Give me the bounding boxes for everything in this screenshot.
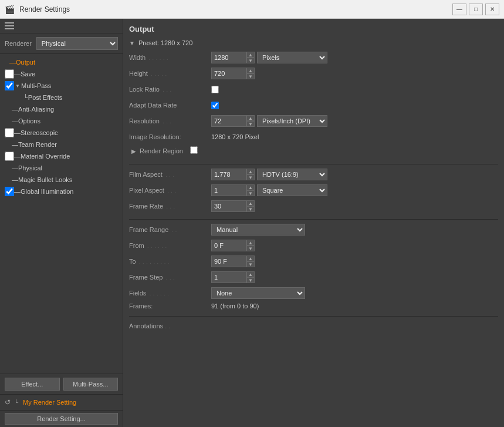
checkbox-global-illumination[interactable] xyxy=(5,187,14,196)
tree-item-team-render[interactable]: —Team Render xyxy=(0,139,123,150)
height-spinbox[interactable]: ▲ ▼ xyxy=(211,68,255,79)
film-aspect-spinbox[interactable]: ▲ ▼ xyxy=(211,169,255,180)
frame-step-arrows[interactable]: ▲ ▼ xyxy=(246,271,255,283)
pixel-aspect-select[interactable]: Square xyxy=(257,184,327,196)
frame-step-down-arrow[interactable]: ▼ xyxy=(246,277,255,283)
width-arrows[interactable]: ▲ ▼ xyxy=(246,52,255,63)
height-up-arrow[interactable]: ▲ xyxy=(246,68,255,73)
close-button[interactable]: ✕ xyxy=(485,4,499,15)
from-arrows[interactable]: ▲ ▼ xyxy=(246,240,255,251)
frame-rate-arrows[interactable]: ▲ ▼ xyxy=(246,200,255,212)
from-input[interactable] xyxy=(211,240,246,251)
my-render-setting[interactable]: ↺ └ My Render Setting xyxy=(0,394,123,410)
pixel-aspect-down-arrow[interactable]: ▼ xyxy=(246,190,255,196)
resolution-unit-select[interactable]: Pixels/Inch (DPI) xyxy=(257,115,327,127)
frame-rate-up-arrow[interactable]: ▲ xyxy=(246,200,255,206)
checkbox-stereoscopic[interactable] xyxy=(5,128,14,137)
from-up-arrow[interactable]: ▲ xyxy=(246,240,255,246)
width-spinbox[interactable]: ▲ ▼ xyxy=(211,52,255,63)
frame-rate-down-arrow[interactable]: ▼ xyxy=(246,206,255,212)
tree-item-global-illumination[interactable]: —Global Illumination xyxy=(0,186,123,197)
pixel-aspect-up-arrow[interactable]: ▲ xyxy=(246,184,255,190)
pixel-aspect-arrows[interactable]: ▲ ▼ xyxy=(246,184,255,196)
width-row: Width . . . . . . ▲ ▼ Pixels xyxy=(129,51,498,64)
resolution-spinbox[interactable]: ▲ ▼ xyxy=(211,115,255,127)
preset-label: Preset: 1280 x 720 xyxy=(138,39,192,46)
tree-item-multi-pass[interactable]: ▼ Multi-Pass xyxy=(0,80,123,92)
my-render-setting-label: My Render Setting xyxy=(23,399,76,406)
film-aspect-up-arrow[interactable]: ▲ xyxy=(246,169,255,174)
frame-step-input[interactable] xyxy=(211,271,246,283)
from-spinbox[interactable]: ▲ ▼ xyxy=(211,240,255,251)
tree-item-options[interactable]: —Options xyxy=(0,115,123,127)
minimize-button[interactable]: — xyxy=(452,4,466,15)
lock-ratio-row: Lock Ratio . . . xyxy=(129,83,498,96)
adapt-data-rate-checkbox[interactable] xyxy=(211,102,219,109)
to-input[interactable] xyxy=(211,255,246,267)
to-arrows[interactable]: ▲ ▼ xyxy=(246,255,255,267)
window-title: Render Settings xyxy=(19,5,448,14)
adapt-data-rate-value xyxy=(211,102,498,109)
title-bar: 🎬 Render Settings — □ ✕ xyxy=(0,0,504,19)
pixel-aspect-spinbox[interactable]: ▲ ▼ xyxy=(211,184,255,196)
film-aspect-down-arrow[interactable]: ▼ xyxy=(246,174,255,180)
pixel-aspect-input[interactable] xyxy=(211,184,246,196)
multi-pass-button[interactable]: Multi-Pass... xyxy=(63,378,119,391)
film-aspect-arrows[interactable]: ▲ ▼ xyxy=(246,169,255,180)
tree-item-anti-aliasing[interactable]: —Anti-Aliasing xyxy=(0,103,123,115)
right-panel: Output ▼ Preset: 1280 x 720 Width . . . … xyxy=(123,19,504,427)
render-setting-button[interactable]: Render Setting... xyxy=(5,413,118,425)
tree-label-options: —Options xyxy=(12,117,40,125)
lock-ratio-checkbox[interactable] xyxy=(211,86,219,93)
frame-step-spinbox[interactable]: ▲ ▼ xyxy=(211,271,255,283)
tree-item-output[interactable]: —Output xyxy=(0,56,123,68)
resolution-down-arrow[interactable]: ▼ xyxy=(246,121,255,127)
render-region-label: Render Region xyxy=(140,147,183,154)
width-input[interactable] xyxy=(211,52,246,63)
to-down-arrow[interactable]: ▼ xyxy=(246,261,255,267)
film-aspect-input[interactable] xyxy=(211,169,246,180)
preset-arrow[interactable]: ▼ xyxy=(129,40,135,46)
frame-step-up-arrow[interactable]: ▲ xyxy=(246,271,255,277)
width-up-arrow[interactable]: ▲ xyxy=(246,52,255,58)
pixel-aspect-row: Pixel Aspect . . . ▲ ▼ Square xyxy=(129,184,498,197)
tree-item-post-effects[interactable]: └Post Effects xyxy=(0,92,123,103)
fields-value: None xyxy=(211,287,498,299)
tree-item-magic-bullet[interactable]: —Magic Bullet Looks xyxy=(0,174,123,186)
from-down-arrow[interactable]: ▼ xyxy=(246,246,255,251)
resolution-arrows[interactable]: ▲ ▼ xyxy=(246,115,255,127)
frame-range-select[interactable]: Manual xyxy=(211,224,305,236)
fields-select[interactable]: None xyxy=(211,287,305,299)
checkbox-multi-pass[interactable] xyxy=(5,81,14,90)
height-arrows[interactable]: ▲ ▼ xyxy=(246,68,255,79)
film-aspect-select[interactable]: HDTV (16:9) xyxy=(257,169,327,180)
height-down-arrow[interactable]: ▼ xyxy=(246,73,255,79)
checkbox-material-override[interactable] xyxy=(5,152,14,161)
frame-rate-spinbox[interactable]: ▲ ▼ xyxy=(211,200,255,212)
hamburger-menu[interactable] xyxy=(0,19,123,33)
tree-item-physical[interactable]: —Physical xyxy=(0,162,123,174)
renderer-select[interactable]: Physical Standard ProRender xyxy=(36,37,118,50)
maximize-button[interactable]: □ xyxy=(469,4,483,15)
render-region-expand[interactable]: ▶ xyxy=(131,148,136,154)
resolution-input[interactable] xyxy=(211,115,246,127)
frame-rate-input[interactable] xyxy=(211,200,246,212)
tree-item-stereoscopic[interactable]: —Stereoscopic xyxy=(0,127,123,139)
checkbox-save[interactable] xyxy=(5,69,14,79)
to-up-arrow[interactable]: ▲ xyxy=(246,255,255,261)
image-resolution-label: Image Resolution: xyxy=(129,133,211,140)
width-down-arrow[interactable]: ▼ xyxy=(246,58,255,63)
width-unit-select[interactable]: Pixels xyxy=(257,52,327,63)
render-region-checkbox[interactable] xyxy=(190,146,198,154)
renderer-row: Renderer Physical Standard ProRender xyxy=(0,33,123,54)
adapt-data-rate-label: Adapt Data Rate xyxy=(129,102,211,109)
hamburger-icon[interactable] xyxy=(5,22,14,29)
tree-label-magic-bullet: —Magic Bullet Looks xyxy=(12,176,72,183)
to-spinbox[interactable]: ▲ ▼ xyxy=(211,255,255,267)
effect-button[interactable]: Effect... xyxy=(5,378,60,391)
main-layout: Renderer Physical Standard ProRender —Ou… xyxy=(0,19,504,427)
resolution-up-arrow[interactable]: ▲ xyxy=(246,115,255,121)
tree-item-material-override[interactable]: —Material Override xyxy=(0,150,123,162)
tree-item-save[interactable]: —Save xyxy=(0,68,123,80)
height-input[interactable] xyxy=(211,68,246,79)
